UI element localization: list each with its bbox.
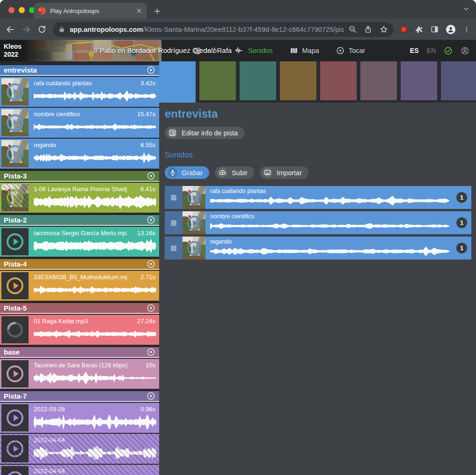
play-button-icon[interactable] — [1, 360, 29, 387]
track-name: Pista-4 — [4, 260, 27, 268]
track-color-tab-1[interactable] — [159, 61, 196, 103]
clip-row[interactable]: Taconeo de Sara Baras (128 kbps).mp3 10s — [0, 359, 159, 389]
bookmark-star-icon[interactable] — [380, 25, 388, 34]
sound-row[interactable]: regando 1 — [165, 237, 471, 260]
track-header[interactable]: entrevista — [0, 65, 159, 76]
split-view-icon[interactable] — [431, 25, 439, 33]
track-play-icon[interactable] — [146, 392, 155, 401]
sound-count-badge: 1 — [456, 192, 467, 203]
zoom-icon[interactable] — [349, 25, 357, 33]
sound-row[interactable]: rafa cuidando plantas 1 — [165, 186, 471, 209]
track-header[interactable]: Pista-2 — [0, 215, 159, 226]
minimize-window-button[interactable] — [19, 7, 25, 13]
lang-en-button[interactable]: EN — [427, 47, 436, 54]
clip-name: Taconeo de Sara Baras (128 kbps).mp3 — [34, 362, 127, 369]
back-button[interactable] — [6, 25, 15, 34]
play-button-icon[interactable] — [1, 109, 29, 136]
drag-handle-icon[interactable] — [165, 186, 183, 209]
clip-thumbnail — [1, 404, 29, 431]
play-button-icon[interactable] — [1, 140, 29, 167]
address-bar[interactable]: app.antropoloops.com/Kleos-Santa-Marina/… — [53, 22, 394, 37]
account-circle-icon[interactable] — [461, 46, 469, 55]
play-button-icon[interactable] — [1, 466, 29, 475]
menu-dots-icon[interactable] — [463, 26, 470, 33]
clip-row[interactable]: lacrimosa Sergio García Merlo.mp3 13.16s — [0, 227, 159, 257]
browser-toolbar: app.antropoloops.com/Kleos-Santa-Marina/… — [0, 19, 476, 40]
page-url[interactable]: app.antropoloops.com/Kleos-Santa-Marina/… — [70, 26, 344, 33]
track-color-tab-7[interactable] — [401, 61, 437, 100]
tab-sonidos[interactable]: Sonidos — [234, 46, 272, 55]
tab-mapa[interactable]: Mapa — [290, 46, 319, 55]
track-color-tab-6[interactable] — [360, 61, 397, 100]
track-color-tab-5[interactable] — [320, 61, 357, 100]
track-color-tab-2[interactable] — [199, 61, 236, 100]
clip-thumbnail — [1, 184, 29, 211]
clip-duration: 6.55s — [140, 141, 155, 148]
play-button-icon[interactable] — [1, 272, 29, 299]
clip-row[interactable]: 1-06 Lavanya Rama Poorna Shadjam Rupak..… — [0, 183, 159, 213]
profile-avatar-icon[interactable] — [446, 25, 455, 34]
play-button-icon[interactable] — [1, 435, 29, 462]
track-header[interactable]: Pista-3 — [0, 171, 159, 182]
tab-info[interactable]: Info — [193, 47, 217, 55]
tab-label: Tocar — [349, 47, 365, 54]
reload-button[interactable] — [37, 25, 46, 34]
clip-row[interactable]: 01 Raga Kedar.mp3 27.24s — [0, 315, 159, 345]
share-icon[interactable] — [364, 25, 372, 33]
track-header[interactable]: base — [0, 347, 159, 358]
close-window-button[interactable] — [8, 7, 15, 13]
importar-button[interactable]: Importar — [260, 166, 308, 179]
track-play-icon[interactable] — [146, 66, 155, 74]
sound-waveform — [210, 245, 450, 258]
play-button-icon[interactable] — [1, 184, 29, 211]
drag-handle-icon[interactable] — [165, 237, 183, 260]
button-label: Grabar — [182, 169, 203, 177]
track-play-icon[interactable] — [146, 304, 155, 312]
drag-handle-icon[interactable] — [165, 211, 183, 234]
record-extension-icon[interactable] — [400, 26, 407, 33]
site-favicon-icon — [38, 7, 46, 15]
lang-es-button[interactable]: ES — [410, 47, 419, 54]
play-button-icon[interactable] — [1, 78, 29, 105]
project-title[interactable]: Kleos 2022 — [0, 43, 27, 59]
clip-row[interactable]: nombre cientifico 15.47s — [0, 108, 159, 138]
sound-row[interactable]: nombre cientifico 1 — [165, 211, 471, 234]
play-button-icon[interactable] — [1, 228, 29, 255]
macos-traffic-lights[interactable] — [8, 7, 35, 13]
clip-row[interactable]: rafa cuidando plantas 3.42s — [0, 77, 159, 107]
new-tab-button[interactable] — [154, 7, 161, 15]
track-color-tab-4[interactable] — [280, 61, 316, 100]
play-button-icon[interactable] — [183, 211, 205, 234]
play-button-icon[interactable] — [1, 404, 29, 431]
track-play-icon[interactable] — [146, 171, 155, 180]
grabar-button[interactable]: Grabar — [165, 166, 209, 179]
tab-tocar[interactable]: Tocar — [336, 46, 365, 55]
track-play-icon[interactable] — [146, 215, 155, 224]
tab-close-icon[interactable] — [136, 7, 142, 14]
track-play-icon[interactable] — [146, 260, 155, 268]
play-button-icon[interactable] — [183, 237, 205, 260]
tab-search-chevron-icon[interactable] — [463, 6, 469, 12]
clip-row[interactable]: 2022-04-04 — [0, 465, 159, 475]
track-header[interactable]: Pista-5 — [0, 303, 159, 314]
clip-row[interactable]: 2022-03-28 0.96s — [0, 403, 159, 433]
track-header[interactable]: Pista-7 — [0, 391, 159, 402]
list-box-icon — [168, 128, 177, 138]
clip-row[interactable]: 2022-04-04 — [0, 434, 159, 464]
play-button-icon[interactable] — [183, 186, 205, 209]
edit-track-info-button[interactable]: Editar info de pista — [165, 126, 244, 139]
browser-tab[interactable]: Play Antropoloops — [34, 3, 147, 19]
track-play-icon[interactable] — [146, 348, 155, 356]
track-color-tab-8[interactable] — [441, 61, 476, 100]
sound-name: nombre cientifico — [210, 213, 467, 220]
lock-icon[interactable] — [59, 26, 65, 33]
sounds-section-label: Sonidos — [165, 150, 470, 159]
extensions-puzzle-icon[interactable] — [415, 25, 423, 34]
clip-row[interactable]: regando 6.55s — [0, 139, 159, 169]
track-color-tab-3[interactable] — [240, 61, 276, 100]
clip-row[interactable]: 33ESX6038_B5_Muthedukkum.mp3 2.71s — [0, 271, 159, 301]
forward-button[interactable] — [22, 25, 31, 34]
subir-button[interactable]: Subir — [215, 166, 254, 179]
check-circle-icon[interactable] — [444, 46, 453, 55]
track-header[interactable]: Pista-4 — [0, 259, 159, 270]
